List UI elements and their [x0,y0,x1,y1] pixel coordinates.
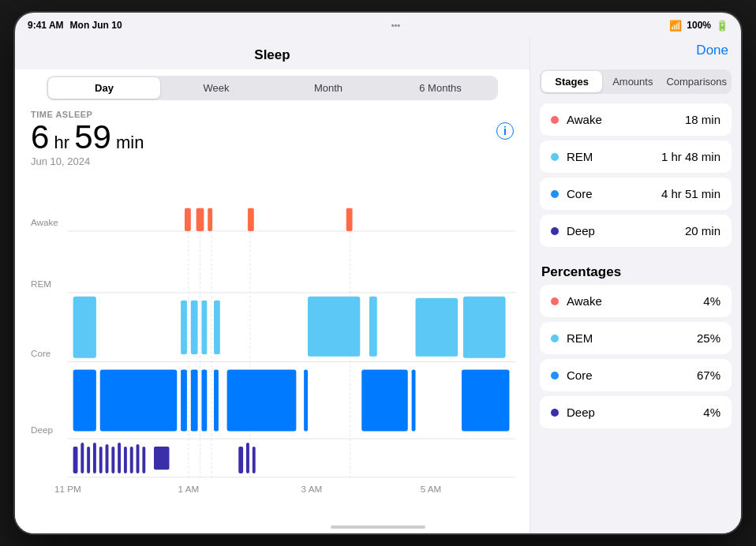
svg-rect-37 [87,447,90,473]
percent-item-rem: REM 25% [540,322,732,354]
info-icon[interactable]: i [496,122,514,140]
y-label-core: Core [31,348,51,358]
svg-rect-36 [80,443,84,473]
svg-rect-38 [93,443,96,473]
stage-item-rem: REM 1 hr 48 min [540,140,732,173]
filter-day[interactable]: Day [48,77,160,99]
svg-rect-24 [73,369,96,431]
filter-month[interactable]: Month [272,77,384,99]
filter-6months[interactable]: 6 Months [384,77,496,99]
svg-rect-15 [73,297,96,358]
done-button[interactable]: Done [696,43,728,58]
stage-left-awake: Awake [551,113,602,126]
svg-rect-21 [369,297,377,357]
svg-rect-29 [214,369,219,431]
svg-rect-42 [118,443,121,473]
y-label-rem: REM [31,279,51,289]
percent-dot-awake [551,297,559,305]
stage-value-deep: 20 min [685,224,720,237]
svg-rect-45 [137,444,140,473]
stage-left-core: Core [551,187,593,200]
right-header: Done [530,38,741,63]
sleep-date: Jun 10, 2024 [31,155,514,167]
percent-left-awake: Awake [551,294,602,308]
left-panel: Sleep Day Week Month 6 Months TIME ASLEE… [15,38,530,533]
svg-rect-31 [304,369,308,431]
filter-week[interactable]: Week [160,77,272,99]
percent-name-deep: Deep [567,406,595,419]
status-date: Mon Jun 10 [70,20,122,31]
right-panel: Done Stages Amounts Comparisons Awake 18… [530,38,741,533]
stage-name-core: Core [567,187,593,200]
sleep-minutes: 59 [74,118,111,155]
svg-rect-43 [124,447,127,473]
svg-rect-19 [214,301,220,354]
percent-value-rem: 25% [697,331,720,345]
svg-rect-23 [463,297,506,358]
percent-value-awake: 4% [703,294,720,308]
percent-value-deep: 4% [703,406,720,419]
stage-name-rem: REM [567,150,593,163]
stage-name-deep: Deep [567,224,595,237]
svg-rect-26 [181,369,187,431]
percent-left-deep: Deep [551,406,595,419]
svg-text:11 PM: 11 PM [54,484,81,494]
svg-text:5 AM: 5 AM [421,484,442,494]
tab-comparisons[interactable]: Comparisons [663,71,730,92]
svg-rect-6 [196,208,204,231]
svg-rect-35 [73,447,78,473]
sleep-hours: 6 [31,118,49,155]
status-dots: ••• [391,21,401,30]
svg-rect-34 [462,369,509,431]
percent-item-awake: Awake 4% [540,285,732,317]
svg-rect-16 [181,301,187,354]
stage-dot-core [551,190,559,198]
svg-rect-47 [154,447,170,469]
percentages-section: Percentages Awake 4% REM 25% [530,255,741,436]
stage-item-deep: Deep 20 min [540,215,732,247]
svg-rect-33 [412,369,416,431]
tabs-row: Stages Amounts Comparisons [540,69,732,94]
sleep-info: TIME ASLEEP 6 hr 59 min Jun 10, 2024 i [15,107,530,167]
percent-left-rem: REM [551,331,593,345]
chart-container: Awake REM Core Deep [15,167,530,533]
battery-icon: 🔋 [716,20,728,32]
svg-rect-32 [361,369,408,431]
percent-item-deep: Deep 4% [540,396,732,428]
percent-name-core: Core [567,368,593,382]
home-indicator [331,525,425,529]
svg-rect-30 [227,369,297,431]
svg-rect-5 [185,208,191,231]
wifi-icon: 📶 [669,20,682,32]
svg-rect-20 [308,297,360,357]
app-title: Sleep [28,47,517,63]
svg-rect-46 [142,447,145,473]
app-header: Sleep [15,38,530,69]
stages-list: Awake 18 min REM 1 hr 48 min Core [530,100,741,255]
status-time: 9:41 AM [28,20,64,31]
y-label-deep: Deep [31,424,53,435]
percent-left-core: Core [551,368,593,382]
stage-left-rem: REM [551,150,593,163]
percentages-header: Percentages [540,258,732,285]
percent-name-awake: Awake [567,294,602,308]
tab-stages[interactable]: Stages [541,71,602,92]
time-filter: Day Week Month 6 Months [47,76,498,100]
svg-rect-25 [100,369,178,431]
percent-dot-deep [551,409,559,417]
battery-label: 100% [687,20,711,31]
svg-rect-48 [238,447,243,473]
tab-amounts[interactable]: Amounts [602,71,663,92]
svg-text:1 AM: 1 AM [178,484,200,494]
percent-item-core: Core 67% [540,359,732,391]
stage-item-awake: Awake 18 min [540,103,732,136]
sleep-duration: 6 hr 59 min [31,121,514,154]
svg-rect-44 [130,447,133,473]
svg-rect-8 [248,208,254,231]
status-right: 📶 100% 🔋 [669,20,728,32]
svg-text:3 AM: 3 AM [301,484,323,494]
svg-rect-9 [346,208,353,231]
svg-rect-40 [106,444,109,473]
stage-value-rem: 1 hr 48 min [661,150,720,163]
svg-rect-27 [191,369,198,431]
